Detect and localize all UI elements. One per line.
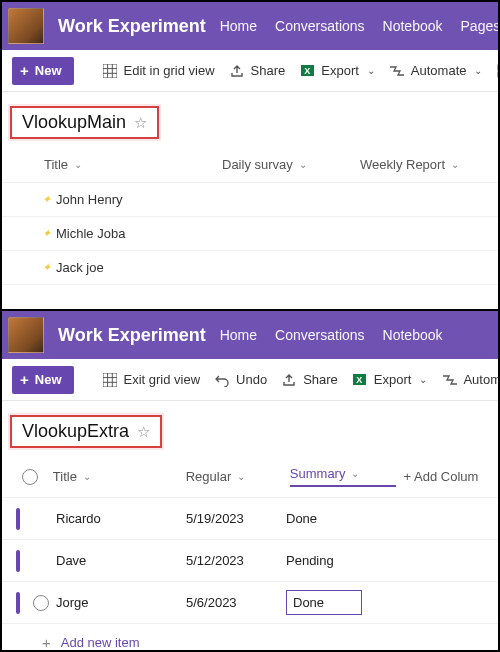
radio-icon	[22, 469, 38, 485]
column-weekly-report[interactable]: Weekly Report ⌄	[360, 157, 480, 172]
chevron-down-icon: ⌄	[451, 159, 459, 170]
undo-button[interactable]: Undo	[214, 372, 267, 388]
new-badge-icon: ✦	[42, 193, 54, 206]
list-item[interactable]: ✦ Jack joe	[2, 251, 498, 285]
nav-notebook[interactable]: Notebook	[383, 18, 443, 34]
table-row[interactable]: Jorge 5/6/2023 Done	[2, 582, 498, 624]
site-logo	[8, 317, 44, 353]
automate-button[interactable]: Automate ⌄	[389, 63, 483, 79]
star-icon[interactable]: ☆	[137, 423, 150, 441]
nav-notebook[interactable]: Notebook	[383, 327, 443, 343]
nav-pages[interactable]: Pages	[461, 18, 498, 34]
grid-icon	[102, 372, 118, 388]
row-select[interactable]	[26, 553, 56, 569]
cell-title: Jorge	[56, 595, 89, 610]
toolbar-main: + New Edit in grid view Share X Export ⌄	[2, 50, 498, 92]
cell-regular: 5/6/2023	[186, 595, 237, 610]
select-all[interactable]	[16, 469, 45, 485]
share-icon	[229, 63, 245, 79]
undo-label: Undo	[236, 372, 267, 387]
svg-text:X: X	[357, 375, 363, 385]
list-title-highlight: VlookupExtra ☆	[10, 415, 162, 448]
row-title: Jack joe	[56, 260, 104, 275]
automate-label: Autom	[463, 372, 498, 387]
undo-icon	[214, 372, 230, 388]
automate-icon	[389, 63, 405, 79]
column-regular[interactable]: Regular ⌄	[186, 469, 282, 484]
top-nav: Work Experiment Home Conversations Noteb…	[2, 2, 498, 50]
nav-links: Home Conversations Notebook	[220, 327, 443, 343]
add-item-label: Add new item	[61, 635, 140, 650]
site-title: Work Experiment	[58, 325, 206, 346]
exit-grid-view[interactable]: Exit grid view	[102, 372, 201, 388]
export-button[interactable]: X Export ⌄	[299, 63, 375, 79]
column-summary-label: Summary	[290, 466, 346, 481]
new-label: New	[35, 372, 62, 387]
nav-conversations[interactable]: Conversations	[275, 18, 365, 34]
plus-icon: +	[20, 63, 29, 78]
chevron-down-icon: ⌄	[419, 374, 427, 385]
top-nav-2: Work Experiment Home Conversations Noteb…	[2, 311, 498, 359]
cell-summary: Done	[286, 511, 317, 526]
site-logo	[8, 8, 44, 44]
table-row[interactable]: Ricardo 5/19/2023 Done	[2, 498, 498, 540]
table-row[interactable]: Dave 5/12/2023 Pending	[2, 540, 498, 582]
share-button[interactable]: Share	[281, 372, 338, 388]
radio-icon	[33, 595, 49, 611]
excel-icon: X	[352, 372, 368, 388]
row-select[interactable]	[26, 595, 56, 611]
chevron-down-icon: ⌄	[299, 159, 307, 170]
chevron-down-icon: ⌄	[474, 65, 482, 76]
cell-title: Ricardo	[56, 511, 101, 526]
site-title: Work Experiment	[58, 16, 206, 37]
add-new-item[interactable]: + Add new item	[2, 624, 498, 652]
row-title: John Henry	[56, 192, 122, 207]
column-title[interactable]: Title ⌄	[44, 157, 214, 172]
share-label: Share	[303, 372, 338, 387]
edit-in-grid-view[interactable]: Edit in grid view	[102, 63, 215, 79]
nav-conversations[interactable]: Conversations	[275, 327, 365, 343]
row-title: Michle Joba	[56, 226, 125, 241]
star-icon[interactable]: ☆	[134, 114, 147, 132]
chevron-down-icon: ⌄	[74, 159, 82, 170]
nav-links: Home Conversations Notebook Pages Do	[220, 18, 498, 34]
nav-home[interactable]: Home	[220, 327, 257, 343]
column-daily-label: Daily survay	[222, 157, 293, 172]
automate-button[interactable]: Autom	[441, 372, 498, 388]
column-headers: Title ⌄ Regular ⌄ Summary ⌄ + Add Colum	[2, 454, 498, 498]
list-title-highlight: VlookupMain ☆	[10, 106, 159, 139]
plus-icon: +	[20, 372, 29, 387]
row-marker	[16, 550, 20, 572]
nav-home[interactable]: Home	[220, 18, 257, 34]
cell-summary-editing[interactable]: Done	[286, 590, 362, 615]
export-button[interactable]: X Export ⌄	[352, 372, 428, 388]
row-marker	[16, 592, 20, 614]
list-item[interactable]: ✦ John Henry	[2, 183, 498, 217]
column-title-label: Title	[53, 469, 77, 484]
integrate-button[interactable]: Integrate	[496, 63, 498, 79]
row-marker	[16, 508, 20, 530]
column-daily-survay[interactable]: Daily survay ⌄	[222, 157, 352, 172]
list-item[interactable]: ✦ Michle Joba	[2, 217, 498, 251]
new-badge-icon: ✦	[42, 227, 54, 240]
cell-title: Dave	[56, 553, 86, 568]
edit-grid-label: Edit in grid view	[124, 63, 215, 78]
column-headers: Title ⌄ Daily survay ⌄ Weekly Report ⌄	[2, 145, 498, 183]
new-button[interactable]: + New	[12, 57, 74, 85]
share-button[interactable]: Share	[229, 63, 286, 79]
share-icon	[281, 372, 297, 388]
integrate-icon	[496, 63, 498, 79]
row-select[interactable]	[26, 511, 56, 527]
new-button[interactable]: + New	[12, 366, 74, 394]
add-column[interactable]: + Add Colum	[404, 469, 490, 484]
svg-text:X: X	[304, 66, 310, 76]
plus-icon: +	[42, 634, 51, 651]
automate-icon	[441, 372, 457, 388]
automate-label: Automate	[411, 63, 467, 78]
new-badge-icon: ✦	[42, 261, 54, 274]
column-title[interactable]: Title ⌄	[53, 469, 178, 484]
column-summary[interactable]: Summary ⌄	[290, 466, 396, 487]
column-title-label: Title	[44, 157, 68, 172]
list-title: VlookupMain	[22, 112, 126, 133]
export-label: Export	[374, 372, 412, 387]
